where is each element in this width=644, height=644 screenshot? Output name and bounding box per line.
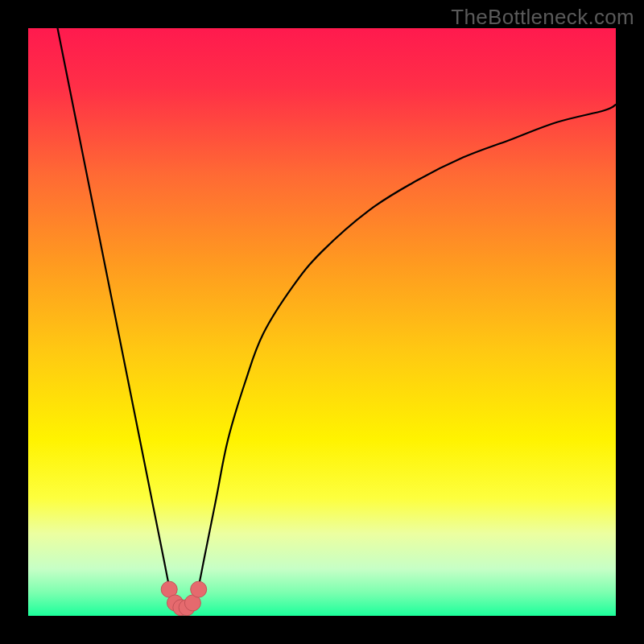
trough-marker-5 [191,581,207,597]
watermark-text: TheBottleneck.com [451,5,634,30]
chart-svg [28,28,616,616]
outer-frame: TheBottleneck.com [0,0,644,644]
plot-area [28,28,616,616]
